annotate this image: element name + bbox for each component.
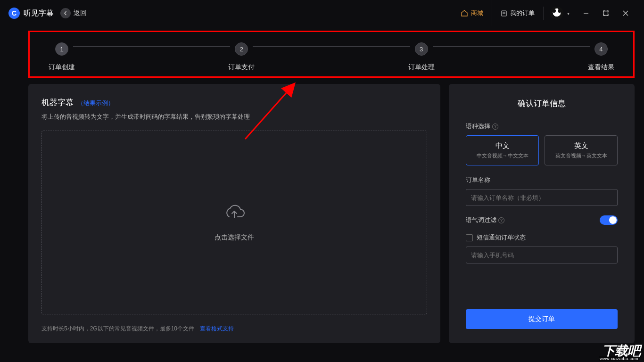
step-connector [253, 46, 410, 47]
my-orders-link[interactable]: 我的订单 [492, 0, 543, 26]
step-connector [433, 46, 590, 47]
progress-steps: 1 订单创建 2 订单支付 3 订单处理 4 查看结果 [28, 31, 635, 78]
language-label: 语种选择 ? [466, 122, 618, 131]
form-title: 确认订单信息 [466, 98, 618, 109]
language-option-chinese[interactable]: 中文 中文音视频→中文文本 [466, 135, 539, 165]
upload-label: 点击选择文件 [215, 233, 254, 242]
watermark-url: www.xiazaiba.com [599, 356, 639, 361]
app-logo: C 听见字幕 [8, 8, 54, 19]
close-button[interactable] [616, 0, 636, 26]
cloud-upload-icon [223, 204, 245, 226]
step-3: 3 订单处理 [408, 42, 435, 72]
back-label: 返回 [74, 9, 87, 17]
filter-label: 语气词过滤 ? [466, 216, 504, 224]
chevron-left-icon [60, 8, 71, 18]
user-menu[interactable]: ▾ [543, 7, 576, 20]
back-button[interactable]: 返回 [60, 8, 87, 18]
sms-label: 短信通知订单状态 [477, 233, 526, 242]
avatar-icon [550, 7, 563, 20]
phone-input[interactable] [466, 247, 618, 263]
orders-icon [501, 10, 507, 16]
info-icon[interactable]: ? [492, 123, 498, 130]
order-name-label: 订单名称 [466, 176, 618, 184]
step-1: 1 订单创建 [49, 42, 75, 72]
panel-description: 将上传的音视频转为文字，并生成带时间码的字幕结果，告别繁琐的字幕处理 [41, 113, 427, 121]
upload-hint: 支持时长5小时内，2G以下的常见音视频文件，最多10个文件 [41, 325, 194, 333]
logo-icon: C [8, 8, 20, 19]
mall-link[interactable]: 商城 [452, 0, 492, 26]
maximize-button[interactable] [596, 0, 616, 26]
svg-rect-4 [604, 11, 608, 16]
sms-checkbox[interactable] [466, 234, 473, 241]
format-support-link[interactable]: 查看格式支持 [200, 325, 234, 333]
panel-title: 机器字幕 [41, 97, 74, 108]
info-icon[interactable]: ? [498, 217, 504, 223]
filter-toggle[interactable] [600, 215, 618, 225]
step-connector [73, 46, 230, 47]
submit-order-button[interactable]: 提交订单 [466, 309, 618, 329]
order-form-panel: 确认订单信息 语种选择 ? 中文 中文音视频→中文文本 英文 英文音视频→英文文… [449, 84, 635, 343]
chevron-down-icon: ▾ [567, 11, 570, 16]
app-name: 听见字幕 [24, 8, 54, 18]
example-link[interactable]: （结果示例） [77, 99, 114, 107]
upload-panel: 机器字幕 （结果示例） 将上传的音视频转为文字，并生成带时间码的字幕结果，告别繁… [28, 84, 440, 343]
mall-icon [461, 9, 468, 17]
order-name-input[interactable] [466, 189, 618, 206]
upload-dropzone[interactable]: 点击选择文件 [41, 131, 427, 314]
minimize-button[interactable] [576, 0, 596, 26]
step-4: 4 查看结果 [588, 42, 614, 72]
language-option-english[interactable]: 英文 英文音视频→英文文本 [545, 135, 618, 165]
step-2: 2 订单支付 [228, 42, 255, 72]
